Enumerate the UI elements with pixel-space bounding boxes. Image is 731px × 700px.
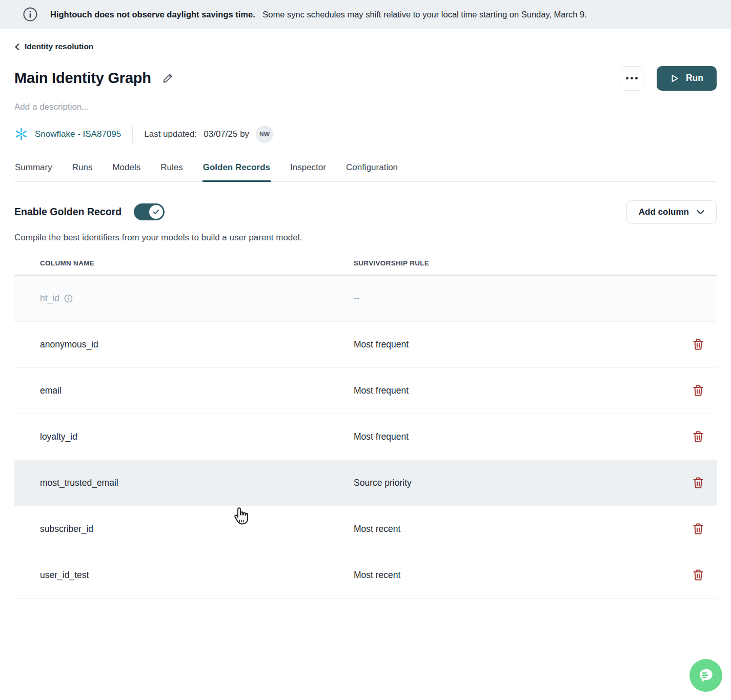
table-row[interactable]: most_trusted_email Source priority xyxy=(14,460,717,506)
survivorship-rule: Most recent xyxy=(354,524,680,534)
description-placeholder[interactable]: Add a description... xyxy=(14,102,717,112)
column-name-header: COLUMN NAME xyxy=(40,259,354,267)
trash-icon xyxy=(693,338,704,351)
breadcrumb-label: Identity resolution xyxy=(25,42,93,51)
survivorship-rule: Most frequent xyxy=(354,339,680,350)
chevron-down-icon xyxy=(697,210,704,215)
last-updated: Last updated: 03/07/25 by NW xyxy=(144,126,273,143)
trash-icon xyxy=(693,523,704,535)
survivorship-rule: -- xyxy=(354,293,680,304)
add-column-button[interactable]: Add column xyxy=(626,200,717,224)
page-title: Main Identity Graph xyxy=(14,70,151,87)
chat-bubble-icon xyxy=(696,666,716,685)
play-icon xyxy=(670,74,679,83)
trash-icon xyxy=(693,477,704,489)
delete-button[interactable] xyxy=(691,521,706,537)
last-updated-label: Last updated: xyxy=(144,129,197,139)
enable-golden-record-label: Enable Golden Record xyxy=(14,206,121,218)
tab-golden-records[interactable]: Golden Records xyxy=(202,158,271,182)
run-button[interactable]: Run xyxy=(657,66,717,91)
ellipsis-icon xyxy=(626,77,628,79)
chat-launcher-button[interactable] xyxy=(689,659,722,692)
tab-bar: Summary Runs Models Rules Golden Records… xyxy=(14,158,717,182)
divider xyxy=(132,126,133,143)
toggle-knob xyxy=(149,205,163,219)
golden-record-header: Enable Golden Record Add column xyxy=(14,200,717,224)
table-row[interactable]: anonymous_id Most frequent xyxy=(14,322,717,368)
banner-bold-text: Hightouch does not observe daylight savi… xyxy=(50,10,255,19)
tab-runs[interactable]: Runs xyxy=(72,158,93,182)
trash-icon xyxy=(693,384,704,397)
survivorship-rule: Source priority xyxy=(354,478,680,488)
table-row[interactable]: user_id_test Most recent xyxy=(14,552,717,599)
source-link[interactable]: Snowflake - ISA87095 xyxy=(14,127,121,141)
page-header: Main Identity Graph Run xyxy=(14,66,717,91)
golden-record-table: COLUMN NAME SURVIVORSHIP RULE ht_id -- a… xyxy=(14,259,717,599)
tab-summary[interactable]: Summary xyxy=(14,158,53,182)
source-name: Snowflake - ISA87095 xyxy=(35,129,121,139)
table-row[interactable]: email Most frequent xyxy=(14,368,717,414)
tab-inspector[interactable]: Inspector xyxy=(290,158,327,182)
add-column-label: Add column xyxy=(639,207,689,217)
trash-icon xyxy=(693,569,704,581)
survivorship-rule: Most frequent xyxy=(354,431,680,442)
column-name: user_id_test xyxy=(40,570,89,581)
enable-golden-record-toggle[interactable] xyxy=(134,203,165,220)
info-icon[interactable] xyxy=(64,294,73,303)
edit-title-button[interactable] xyxy=(163,73,173,84)
table-row[interactable]: subscriber_id Most recent xyxy=(14,506,717,552)
survivorship-rule: Most recent xyxy=(354,570,680,581)
survivorship-rule-header: SURVIVORSHIP RULE xyxy=(354,259,680,267)
more-options-button[interactable] xyxy=(620,66,644,91)
info-circle-icon xyxy=(23,7,38,22)
tab-models[interactable]: Models xyxy=(112,158,141,182)
pencil-icon xyxy=(163,73,173,84)
golden-record-subtitle: Compile the best identifiers from your m… xyxy=(14,233,717,243)
delete-button[interactable] xyxy=(691,475,706,491)
run-button-label: Run xyxy=(686,73,703,84)
check-icon xyxy=(152,208,160,216)
column-name: most_trusted_email xyxy=(40,478,118,488)
table-row[interactable]: loyalty_id Most frequent xyxy=(14,414,717,460)
table-header-row: COLUMN NAME SURVIVORSHIP RULE xyxy=(14,259,717,276)
column-name: ht_id xyxy=(40,293,59,304)
delete-button[interactable] xyxy=(691,382,706,399)
meta-row: Snowflake - ISA87095 Last updated: 03/07… xyxy=(14,126,717,143)
banner-rest-text: Some sync schedules may shift relative t… xyxy=(262,10,586,19)
column-name: anonymous_id xyxy=(40,339,98,350)
delete-button[interactable] xyxy=(691,567,706,583)
notification-banner: Hightouch does not observe daylight savi… xyxy=(0,0,731,29)
trash-icon xyxy=(693,430,704,443)
delete-button[interactable] xyxy=(691,428,706,445)
column-name: email xyxy=(40,385,62,396)
last-updated-value: 03/07/25 by xyxy=(204,129,249,139)
column-name: subscriber_id xyxy=(40,524,93,534)
tab-rules[interactable]: Rules xyxy=(160,158,183,182)
breadcrumb[interactable]: Identity resolution xyxy=(14,42,93,51)
table-body: ht_id -- anonymous_id Most frequent xyxy=(14,276,717,599)
tab-configuration[interactable]: Configuration xyxy=(346,158,398,182)
table-row[interactable]: ht_id -- xyxy=(14,276,717,322)
column-name: loyalty_id xyxy=(40,431,77,442)
avatar[interactable]: NW xyxy=(256,126,273,143)
snowflake-icon xyxy=(14,127,28,141)
banner-text: Hightouch does not observe daylight savi… xyxy=(50,10,587,19)
delete-button[interactable] xyxy=(691,336,706,353)
survivorship-rule: Most frequent xyxy=(354,385,680,396)
chevron-left-icon xyxy=(14,43,20,51)
